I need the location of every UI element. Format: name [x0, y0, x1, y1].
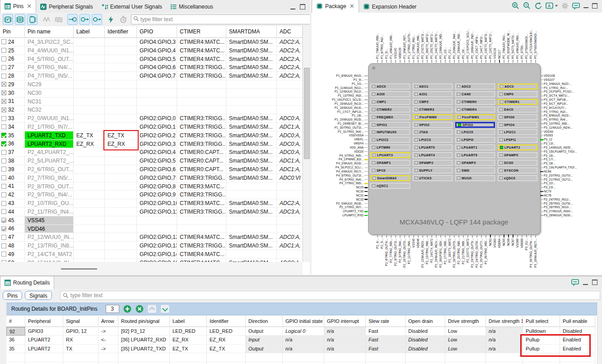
peripheral-checkbox[interactable]	[457, 154, 460, 157]
peripheral-block-LPUART3[interactable]: LPUART3	[370, 152, 410, 158]
package-pin-label[interactable]: P3_30/TRIG_OUT6/...	[529, 238, 533, 267]
package-pin-label[interactable]: P3_19/LPUART4_TXD/...	[544, 166, 577, 169]
package-pin-label[interactable]: P1_4/WUU0_IN8/...	[389, 33, 393, 59]
pin-row[interactable]: 44P2_11/TRIG_IN4...GPIO2:GPIO,11CTIMER3:…	[0, 208, 303, 216]
pin-name-cell[interactable]: P4_3/LPI2C2_SC...	[25, 38, 74, 47]
peripheral-block-AOI1[interactable]: AOI1	[413, 91, 453, 97]
peripheral-block-LPUART5[interactable]: LPUART5	[455, 152, 495, 158]
package-pin-label[interactable]: VDD64	[498, 238, 501, 248]
pin-name-cell[interactable]: P4_5/TRIG_OUT...	[25, 55, 74, 64]
pin-label-cell[interactable]	[74, 63, 105, 72]
peripheral-block-ADC2[interactable]: ADC2	[455, 84, 495, 89]
close-tab-icon[interactable]: ✕	[350, 4, 355, 9]
pin-row[interactable]: 32NC32	[0, 106, 303, 114]
pin-row[interactable]: 26P4_5/TRIG_OUT...GPIO4:GPIO,5CTIMER4:MA…	[0, 55, 303, 64]
package-pin-label[interactable]: P2_5/...	[380, 238, 384, 248]
routing-cell[interactable]: Low	[445, 336, 486, 344]
peripheral-checkbox[interactable]	[415, 93, 418, 96]
pin-row[interactable]: 24P4_3/LPI2C2_SC...GPIO4:GPIO,3CTIMER4:M…	[0, 38, 303, 47]
peripheral-block-OPAMP2[interactable]: OPAMP2	[413, 160, 453, 166]
routing-cell[interactable]: RX	[63, 336, 98, 344]
pin-name-cell[interactable]: VSS45	[25, 216, 74, 225]
package-pin-label[interactable]: P1_11/WUU0_IN11/...	[313, 86, 364, 90]
package-pin-label[interactable]: P2_13/TRIG_IN8/...	[425, 238, 429, 264]
peripheral-checkbox[interactable]	[457, 100, 460, 103]
package-pin-label[interactable]: P0_7/WUU0_IN1/...	[502, 33, 506, 59]
package-pin-label[interactable]: P1_1/TRIG_IN1/...	[412, 35, 415, 59]
package-pin-label[interactable]: P2_0/WUU0_IN18/...	[313, 202, 364, 205]
routing-filter-input[interactable]	[60, 291, 600, 300]
pin-checkbox[interactable]	[1, 99, 6, 104]
pin-row[interactable]: 47P2_12/WUU0_IN...GPIO2:GPIO,12CTIMER4:M…	[0, 233, 303, 242]
package-pin-label[interactable]: P3_15/LPUART2_TXD/...	[544, 150, 577, 154]
pin-label-cell[interactable]	[74, 114, 105, 123]
routing-cell[interactable]: n/a	[486, 327, 523, 336]
package-pin-label[interactable]: P2_25/TRIG_OUT7/...	[480, 238, 483, 267]
package-pin-label[interactable]: P3_1/TRIG_IN1/...	[544, 86, 568, 90]
peripheral-checkbox[interactable]	[457, 177, 460, 180]
pin-checkbox[interactable]	[1, 56, 6, 61]
pin-checkbox[interactable]	[1, 150, 6, 155]
pin-row[interactable]: 31NC31	[0, 98, 303, 106]
pin-identifier-cell[interactable]	[105, 191, 137, 199]
pin-identifier-cell[interactable]	[105, 208, 137, 216]
package-pin-label[interactable]: P2_21/TRIG_IN9/...	[462, 238, 465, 264]
maximize-view-icon[interactable]	[592, 280, 597, 285]
package-pin-label[interactable]: P3_5/CT_INP19/...	[544, 102, 569, 106]
package-pin-label[interactable]: P3_12	[544, 138, 552, 141]
package-outline-toggle-button[interactable]	[27, 14, 37, 25]
pin-checkbox[interactable]	[1, 201, 6, 206]
peripheral-checkbox[interactable]	[499, 108, 503, 111]
peripheral-block-FREQME0[interactable]: FREQME0	[370, 114, 410, 120]
package-pin-label[interactable]: P4_5/TRIG_OUT3/...	[313, 174, 364, 177]
routing-cell[interactable]: EZ_RX	[207, 336, 246, 344]
package-pin-label[interactable]: VSS45	[412, 238, 415, 247]
pin-label-cell[interactable]	[74, 250, 105, 259]
tab-peripheral-signals[interactable]: Peripheral Signals	[36, 0, 97, 13]
peripheral-checkbox[interactable]	[372, 108, 375, 111]
peripheral-checkbox[interactable]	[415, 146, 418, 149]
pin-checkbox[interactable]	[1, 175, 6, 180]
package-pin-label[interactable]: P4_4/WUU0_IN17/...	[313, 170, 364, 173]
peripheral-checkbox[interactable]	[415, 169, 418, 172]
pin-identifier-cell[interactable]	[105, 80, 137, 89]
routing-cell[interactable]: Fast	[366, 345, 406, 353]
package-pin-label[interactable]: P2_6/TRIG_OUT4/...	[385, 238, 388, 266]
pin-identifier-cell[interactable]	[105, 72, 137, 80]
pin-label-cell[interactable]	[74, 242, 105, 250]
peripheral-block-ADC0[interactable]: ADC0	[370, 84, 410, 89]
package-pin-label[interactable]: P0_21/...	[448, 47, 452, 59]
package-pin-label[interactable]: P0_14/CT_INP2/...	[480, 34, 483, 59]
package-pin-label[interactable]: P3_21/TRIG_OUT1/...	[544, 178, 573, 182]
peripheral-block-FlexPWM1[interactable]: FlexPWM1	[455, 114, 495, 120]
package-pin-label[interactable]: P2_23/TRIG_OUT5/...	[471, 238, 474, 267]
pin-checkbox[interactable]	[1, 107, 6, 112]
routing-cell[interactable]: Fast	[366, 327, 406, 336]
package-pin-label[interactable]: P0_15/CT_INP3/...	[475, 34, 479, 59]
pin-name-cell[interactable]: P4_4/WUU0_IN1...	[25, 47, 74, 55]
peripheral-block-LPUART4[interactable]: LPUART4	[413, 152, 453, 158]
routing-cell[interactable]: Disabled	[406, 345, 445, 353]
routing-cell[interactable]: GPIO3	[25, 327, 63, 336]
chevron-down-icon[interactable]	[555, 5, 558, 7]
package-pin-label[interactable]: P2_1/TRIG_IN7/...	[313, 205, 364, 209]
comment-icon[interactable]	[571, 279, 579, 286]
pin-label-cell[interactable]	[74, 157, 105, 165]
peripheral-checkbox[interactable]	[372, 169, 375, 172]
pin-name-cell[interactable]: P2_15/WUU0_IN...	[25, 259, 74, 262]
routing-cell[interactable]: Low	[445, 327, 486, 336]
pins-filter-input[interactable]	[131, 14, 310, 24]
package-pin-label[interactable]: NC67	[511, 238, 515, 246]
peripheral-block-eQDC1[interactable]: eQDC1	[370, 183, 410, 189]
pin-identifier-cell[interactable]	[105, 216, 137, 225]
pin-row[interactable]: 48P2_13/TRIG_IN8...GPIO2:GPIO,13CTIMER3:…	[0, 242, 303, 250]
peripheral-checkbox[interactable]	[457, 93, 460, 96]
pin-label-cell[interactable]	[74, 89, 105, 98]
pin-row[interactable]: 50P2_15/WUU0_IN...GPIO2:GPIO,15CTIMER4:M…	[0, 259, 303, 262]
zoom-in-icon[interactable]	[512, 2, 519, 9]
peripheral-block-SPC0[interactable]: SPC0	[370, 168, 410, 173]
pin-label-cell[interactable]	[74, 191, 105, 199]
pins-filter-toggle-button[interactable]: Pins	[3, 291, 22, 300]
routing-cell[interactable]: 35	[6, 345, 25, 353]
peripheral-checkbox[interactable]	[415, 177, 418, 180]
